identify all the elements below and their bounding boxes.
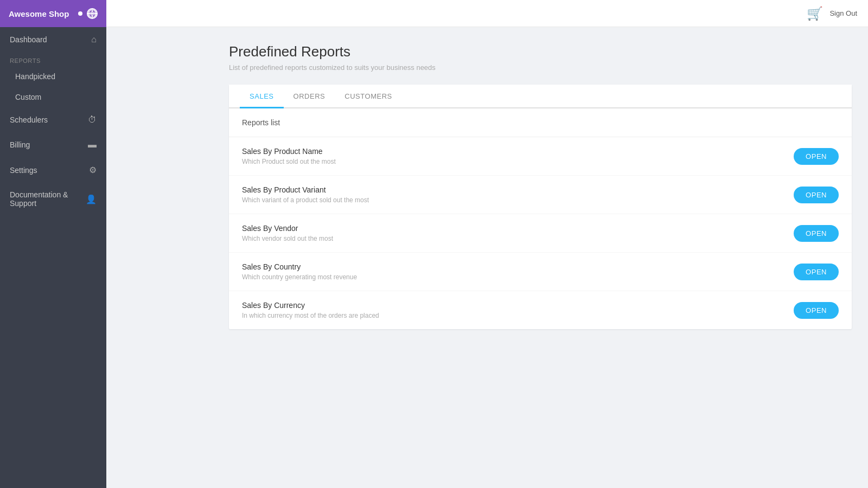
report-desc: Which vendor sold out the most [242, 235, 333, 242]
cart-icon[interactable]: 🛒 [807, 6, 823, 21]
schedulers-label: Schedulers [10, 115, 48, 124]
reports-section-label: REPORTS [0, 52, 106, 66]
sidebar-item-custom[interactable]: Custom [0, 87, 106, 107]
billing-label: Billing [10, 140, 30, 149]
topbar: 🛒 Sign Out [106, 0, 868, 27]
docs-label: Documentation & Support [10, 190, 86, 208]
report-name: Sales By Currency [242, 301, 379, 310]
settings-label: Settings [10, 166, 37, 175]
open-report-button[interactable]: OPEN [794, 148, 839, 165]
dashboard-label: Dashboard [10, 35, 47, 44]
open-report-button[interactable]: OPEN [794, 264, 839, 280]
table-row: Sales By Currency In which currency most… [229, 291, 852, 329]
sidebar-item-schedulers[interactable]: Schedulers ⏱ [0, 107, 106, 132]
report-name: Sales By Vendor [242, 224, 333, 233]
sidebar-item-handpicked[interactable]: Handpicked [0, 66, 106, 87]
person-icon: 👤 [86, 194, 97, 204]
sidebar: Awesome Shop Dashboard ⌂ REPORTS Handpic… [0, 0, 106, 488]
handpicked-label: Handpicked [15, 72, 55, 81]
gear-icon: ⚙ [89, 165, 97, 175]
report-desc: Which country generating most revenue [242, 273, 357, 281]
page-subtitle: List of predefined reports customized to… [229, 63, 852, 72]
home-icon: ⌂ [91, 35, 97, 44]
tab-orders[interactable]: ORDERS [284, 85, 335, 108]
reports-card: SALES ORDERS CUSTOMERS Reports list Sale… [229, 85, 852, 329]
sign-out-button[interactable]: Sign Out [829, 9, 857, 17]
report-name: Sales By Product Name [242, 147, 336, 156]
report-info: Sales By Product Variant Which variant o… [242, 185, 369, 204]
report-info: Sales By Country Which country generatin… [242, 262, 357, 281]
table-row: Sales By Vendor Which vendor sold out th… [229, 214, 852, 253]
report-name: Sales By Product Variant [242, 185, 369, 194]
table-row: Sales By Product Name Which Product sold… [229, 137, 852, 176]
dot-icon [78, 11, 82, 16]
report-info: Sales By Product Name Which Product sold… [242, 147, 336, 165]
card-icon: ▬ [88, 140, 97, 150]
open-report-button[interactable]: OPEN [794, 187, 839, 203]
report-desc: Which variant of a product sold out the … [242, 196, 369, 204]
sidebar-item-billing[interactable]: Billing ▬ [0, 132, 106, 157]
report-desc: In which currency most of the orders are… [242, 312, 379, 319]
clock-icon: ⏱ [88, 115, 97, 125]
report-info: Sales By Vendor Which vendor sold out th… [242, 224, 333, 242]
main-content: Predefined Reports List of predefined re… [213, 27, 868, 488]
table-row: Sales By Country Which country generatin… [229, 253, 852, 291]
sidebar-header: Awesome Shop [0, 0, 106, 27]
open-report-button[interactable]: OPEN [794, 225, 839, 242]
reports-list-header: Reports list [229, 108, 852, 137]
sidebar-item-settings[interactable]: Settings ⚙ [0, 157, 106, 183]
tab-sales[interactable]: SALES [240, 85, 284, 108]
custom-label: Custom [15, 93, 41, 101]
table-row: Sales By Product Variant Which variant o… [229, 176, 852, 214]
report-desc: Which Product sold out the most [242, 158, 336, 165]
reports-rows: Sales By Product Name Which Product sold… [229, 137, 852, 329]
page-title: Predefined Reports [229, 43, 852, 60]
tab-customers[interactable]: CUSTOMERS [335, 85, 402, 108]
open-report-button[interactable]: OPEN [794, 302, 839, 319]
globe-icon[interactable] [87, 8, 98, 19]
sidebar-item-docs[interactable]: Documentation & Support 👤 [0, 183, 106, 215]
svg-point-0 [88, 10, 96, 17]
report-name: Sales By Country [242, 262, 357, 271]
report-info: Sales By Currency In which currency most… [242, 301, 379, 319]
app-title: Awesome Shop [9, 9, 73, 18]
sidebar-item-dashboard[interactable]: Dashboard ⌂ [0, 27, 106, 52]
tabs-container: SALES ORDERS CUSTOMERS [229, 85, 852, 108]
